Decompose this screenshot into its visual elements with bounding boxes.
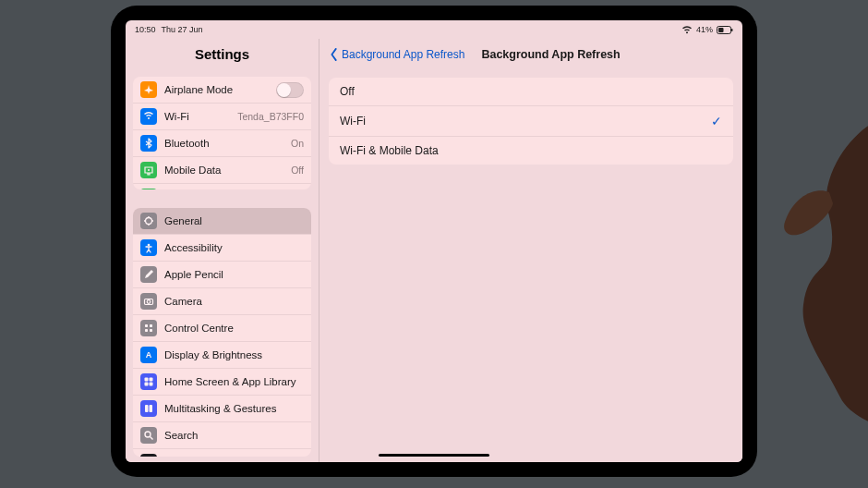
status-date: Thu 27 Jun bbox=[162, 25, 203, 34]
svg-rect-20 bbox=[145, 405, 149, 412]
svg-text:A: A bbox=[146, 350, 152, 360]
svg-point-3 bbox=[148, 169, 150, 171]
sidebar-item-label: Search bbox=[164, 430, 304, 441]
battery-icon bbox=[140, 189, 157, 189]
sidebar-item-label: Display & Brightness bbox=[164, 349, 304, 360]
control-centre-icon bbox=[140, 320, 157, 336]
apple-pencil-icon bbox=[140, 266, 157, 283]
sidebar-item-multitasking[interactable]: Multitasking & Gestures bbox=[133, 395, 311, 421]
wifi-icon bbox=[140, 108, 157, 125]
camera-icon bbox=[140, 293, 157, 310]
sidebar-item-value: Tenda_B73FF0 bbox=[237, 111, 304, 122]
back-label: Background App Refresh bbox=[342, 48, 464, 61]
sidebar-item-label: Apple Pencil bbox=[164, 269, 304, 280]
svg-rect-19 bbox=[150, 382, 153, 385]
sidebar-item-apple-pencil[interactable]: Apple Pencil bbox=[133, 261, 311, 287]
bluetooth-icon bbox=[140, 135, 157, 152]
battery-percent: 41% bbox=[696, 25, 713, 34]
sidebar-item-battery[interactable]: Battery bbox=[133, 183, 311, 189]
page-title: Background App Refresh bbox=[481, 48, 620, 61]
detail-pane: Background App Refresh Background App Re… bbox=[319, 39, 742, 462]
svg-rect-1 bbox=[718, 28, 724, 32]
chevron-left-icon bbox=[329, 48, 340, 61]
svg-rect-2 bbox=[731, 29, 733, 31]
sidebar-item-siri[interactable]: Siri bbox=[133, 448, 311, 457]
sidebar-item-label: Bluetooth bbox=[164, 138, 283, 149]
battery-icon bbox=[717, 26, 733, 34]
airplane-mode-icon bbox=[140, 81, 157, 98]
siri-icon bbox=[140, 454, 157, 457]
sidebar-item-label: Accessibility bbox=[164, 242, 304, 253]
svg-rect-18 bbox=[145, 382, 149, 385]
sidebar-item-home-screen[interactable]: Home Screen & App Library bbox=[133, 368, 311, 395]
svg-point-22 bbox=[145, 432, 151, 437]
option-off[interactable]: Off bbox=[329, 78, 733, 105]
multitasking-icon bbox=[140, 400, 157, 417]
sidebar-item-control-centre[interactable]: Control Centre bbox=[133, 314, 311, 341]
svg-rect-16 bbox=[145, 377, 149, 381]
wifi-icon bbox=[681, 26, 693, 34]
svg-rect-11 bbox=[145, 324, 148, 327]
svg-rect-13 bbox=[145, 329, 148, 332]
option-wi-fi-mobile-data[interactable]: Wi-Fi & Mobile Data bbox=[329, 136, 733, 165]
option-label: Off bbox=[340, 85, 355, 98]
sidebar-item-accessibility[interactable]: Accessibility bbox=[133, 234, 311, 261]
sidebar-title: Settings bbox=[126, 39, 319, 71]
svg-point-10 bbox=[147, 300, 151, 304]
back-button[interactable]: Background App Refresh bbox=[329, 48, 464, 61]
search-icon bbox=[140, 427, 157, 444]
sidebar-item-camera[interactable]: Camera bbox=[133, 287, 311, 314]
sidebar-item-bluetooth[interactable]: BluetoothOn bbox=[133, 129, 311, 156]
checkmark-icon: ✓ bbox=[711, 114, 722, 128]
sidebar-item-search[interactable]: Search bbox=[133, 421, 311, 448]
sidebar-item-label: General bbox=[164, 215, 304, 226]
screen: 10:50 Thu 27 Jun 41% Settings Airplane M… bbox=[126, 20, 742, 462]
settings-sidebar[interactable]: Settings Airplane ModeWi-FiTenda_B73FF0B… bbox=[126, 39, 319, 462]
sidebar-item-value: Off bbox=[291, 165, 304, 176]
svg-rect-17 bbox=[150, 377, 153, 381]
tablet-frame: 10:50 Thu 27 Jun 41% Settings Airplane M… bbox=[111, 6, 757, 477]
general-icon bbox=[140, 213, 157, 229]
sidebar-item-value: On bbox=[291, 138, 304, 149]
hand-silhouette bbox=[766, 120, 868, 425]
svg-rect-12 bbox=[150, 324, 152, 327]
status-bar: 10:50 Thu 27 Jun 41% bbox=[126, 20, 742, 39]
option-wi-fi[interactable]: Wi-Fi✓ bbox=[329, 105, 733, 136]
sidebar-item-label: Airplane Mode bbox=[164, 84, 269, 95]
accessibility-icon bbox=[140, 239, 157, 256]
sidebar-item-label: Home Screen & App Library bbox=[164, 376, 304, 387]
sidebar-item-wifi[interactable]: Wi-FiTenda_B73FF0 bbox=[133, 103, 311, 129]
status-time: 10:50 bbox=[135, 25, 156, 34]
svg-point-8 bbox=[148, 244, 151, 247]
option-label: Wi-Fi & Mobile Data bbox=[340, 144, 439, 157]
sidebar-item-general[interactable]: General bbox=[133, 208, 311, 234]
home-screen-icon bbox=[140, 373, 157, 390]
sidebar-item-label: Wi-Fi bbox=[164, 111, 230, 122]
sidebar-item-label: Control Centre bbox=[164, 323, 304, 334]
display-icon: A bbox=[140, 347, 157, 363]
sidebar-item-display[interactable]: ADisplay & Brightness bbox=[133, 341, 311, 368]
nav-bar: Background App Refresh Background App Re… bbox=[319, 39, 742, 70]
airplane-mode-toggle[interactable] bbox=[276, 82, 304, 98]
sidebar-item-mobile-data[interactable]: Mobile DataOff bbox=[133, 156, 311, 183]
svg-rect-21 bbox=[150, 405, 153, 412]
sidebar-item-label: Mobile Data bbox=[164, 165, 283, 176]
sidebar-item-label: Multitasking & Gestures bbox=[164, 403, 304, 414]
sidebar-item-airplane-mode[interactable]: Airplane Mode bbox=[133, 77, 311, 103]
option-label: Wi-Fi bbox=[340, 115, 366, 128]
home-indicator bbox=[379, 454, 489, 457]
svg-rect-14 bbox=[150, 329, 152, 332]
sidebar-item-label: Camera bbox=[164, 296, 304, 307]
mobile-data-icon bbox=[140, 162, 157, 178]
